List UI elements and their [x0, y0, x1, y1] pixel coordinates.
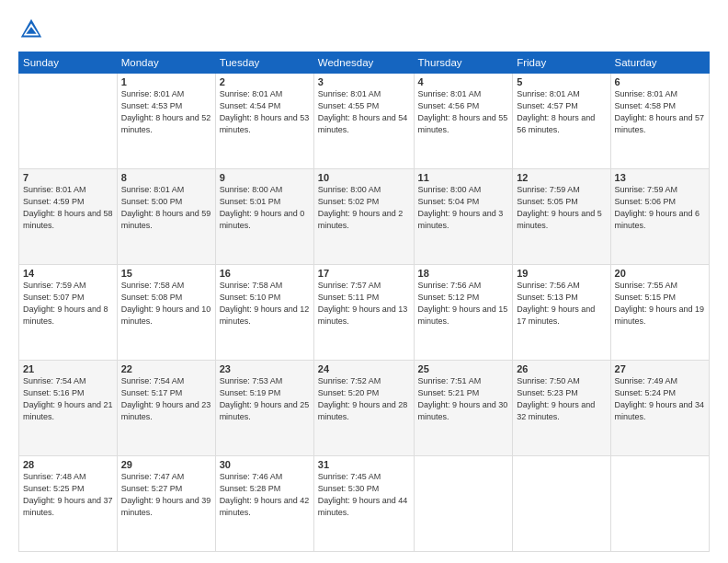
- day-number: 10: [318, 172, 410, 183]
- day-info: Sunrise: 8:01 AMSunset: 4:53 PMDaylight:…: [121, 88, 211, 136]
- day-number: 9: [220, 172, 310, 183]
- calendar-cell: 24Sunrise: 7:52 AMSunset: 5:20 PMDayligh…: [313, 361, 414, 456]
- day-number: 21: [23, 363, 113, 374]
- calendar-cell: 13Sunrise: 7:59 AMSunset: 5:06 PMDayligh…: [610, 169, 709, 265]
- day-number: 18: [418, 268, 509, 279]
- day-number: 12: [517, 172, 606, 183]
- day-info: Sunrise: 7:53 AMSunset: 5:19 PMDaylight:…: [220, 375, 310, 423]
- day-info: Sunrise: 7:48 AMSunset: 5:25 PMDaylight:…: [23, 471, 113, 519]
- week-row-3: 14Sunrise: 7:59 AMSunset: 5:07 PMDayligh…: [19, 265, 710, 361]
- day-info: Sunrise: 7:51 AMSunset: 5:21 PMDaylight:…: [418, 375, 509, 423]
- day-info: Sunrise: 7:56 AMSunset: 5:13 PMDaylight:…: [517, 280, 606, 327]
- day-info: Sunrise: 8:00 AMSunset: 5:04 PMDaylight:…: [418, 184, 509, 232]
- calendar-cell: 11Sunrise: 8:00 AMSunset: 5:04 PMDayligh…: [414, 169, 513, 265]
- day-info: Sunrise: 7:59 AMSunset: 5:07 PMDaylight:…: [23, 280, 113, 327]
- day-number: 19: [517, 268, 606, 279]
- day-number: 20: [615, 268, 705, 279]
- day-info: Sunrise: 8:00 AMSunset: 5:01 PMDaylight:…: [220, 184, 310, 232]
- calendar-cell: 23Sunrise: 7:53 AMSunset: 5:19 PMDayligh…: [215, 361, 313, 456]
- calendar-cell: 22Sunrise: 7:54 AMSunset: 5:17 PMDayligh…: [117, 361, 215, 456]
- calendar-cell: 12Sunrise: 7:59 AMSunset: 5:05 PMDayligh…: [513, 169, 610, 265]
- calendar-cell: [610, 456, 709, 552]
- day-number: 25: [418, 363, 509, 374]
- calendar-cell: 2Sunrise: 8:01 AMSunset: 4:54 PMDaylight…: [215, 74, 313, 169]
- calendar-cell: 31Sunrise: 7:45 AMSunset: 5:30 PMDayligh…: [313, 456, 414, 552]
- day-number: 17: [318, 268, 410, 279]
- week-row-4: 21Sunrise: 7:54 AMSunset: 5:16 PMDayligh…: [19, 361, 710, 456]
- day-info: Sunrise: 8:01 AMSunset: 4:59 PMDaylight:…: [23, 184, 113, 232]
- day-number: 16: [220, 268, 310, 279]
- day-info: Sunrise: 7:56 AMSunset: 5:12 PMDaylight:…: [418, 280, 509, 327]
- header: [18, 17, 710, 42]
- day-info: Sunrise: 8:01 AMSunset: 5:00 PMDaylight:…: [121, 184, 211, 232]
- calendar-cell: 25Sunrise: 7:51 AMSunset: 5:21 PMDayligh…: [414, 361, 513, 456]
- calendar-cell: 6Sunrise: 8:01 AMSunset: 4:58 PMDaylight…: [610, 74, 709, 169]
- day-number: 14: [23, 268, 113, 279]
- day-info: Sunrise: 8:01 AMSunset: 4:57 PMDaylight:…: [517, 88, 606, 136]
- calendar-cell: [19, 74, 118, 169]
- day-number: 1: [121, 76, 211, 87]
- day-number: 6: [615, 76, 705, 87]
- day-info: Sunrise: 7:54 AMSunset: 5:17 PMDaylight:…: [121, 375, 211, 423]
- calendar-table: SundayMondayTuesdayWednesdayThursdayFrid…: [18, 52, 710, 552]
- calendar-cell: 1Sunrise: 8:01 AMSunset: 4:53 PMDaylight…: [117, 74, 215, 169]
- day-info: Sunrise: 8:01 AMSunset: 4:54 PMDaylight:…: [220, 88, 310, 136]
- day-info: Sunrise: 7:58 AMSunset: 5:10 PMDaylight:…: [220, 280, 310, 327]
- day-info: Sunrise: 8:01 AMSunset: 4:56 PMDaylight:…: [418, 88, 509, 136]
- day-number: 23: [220, 363, 310, 374]
- day-info: Sunrise: 8:00 AMSunset: 5:02 PMDaylight:…: [318, 184, 410, 232]
- calendar-cell: 26Sunrise: 7:50 AMSunset: 5:23 PMDayligh…: [513, 361, 610, 456]
- calendar-cell: 27Sunrise: 7:49 AMSunset: 5:24 PMDayligh…: [610, 361, 709, 456]
- day-number: 28: [23, 459, 113, 470]
- logo-icon: [18, 17, 44, 42]
- day-number: 24: [318, 363, 410, 374]
- weekday-header-sunday: Sunday: [19, 52, 118, 74]
- day-info: Sunrise: 8:01 AMSunset: 4:55 PMDaylight:…: [318, 88, 410, 136]
- weekday-header-row: SundayMondayTuesdayWednesdayThursdayFrid…: [19, 52, 710, 74]
- week-row-2: 7Sunrise: 8:01 AMSunset: 4:59 PMDaylight…: [19, 169, 710, 265]
- calendar-cell: 10Sunrise: 8:00 AMSunset: 5:02 PMDayligh…: [313, 169, 414, 265]
- day-number: 13: [615, 172, 705, 183]
- day-number: 8: [121, 172, 211, 183]
- weekday-header-wednesday: Wednesday: [313, 52, 414, 74]
- day-info: Sunrise: 7:59 AMSunset: 5:05 PMDaylight:…: [517, 184, 606, 232]
- calendar-cell: 28Sunrise: 7:48 AMSunset: 5:25 PMDayligh…: [19, 456, 118, 552]
- day-number: 4: [418, 76, 509, 87]
- week-row-5: 28Sunrise: 7:48 AMSunset: 5:25 PMDayligh…: [19, 456, 710, 552]
- day-number: 2: [220, 76, 310, 87]
- day-info: Sunrise: 7:47 AMSunset: 5:27 PMDaylight:…: [121, 471, 211, 519]
- logo: [18, 17, 48, 42]
- day-info: Sunrise: 7:58 AMSunset: 5:08 PMDaylight:…: [121, 280, 211, 327]
- day-info: Sunrise: 7:45 AMSunset: 5:30 PMDaylight:…: [318, 471, 410, 519]
- weekday-header-thursday: Thursday: [414, 52, 513, 74]
- weekday-header-saturday: Saturday: [610, 52, 709, 74]
- day-number: 29: [121, 459, 211, 470]
- calendar-cell: 16Sunrise: 7:58 AMSunset: 5:10 PMDayligh…: [215, 265, 313, 361]
- calendar-cell: 4Sunrise: 8:01 AMSunset: 4:56 PMDaylight…: [414, 74, 513, 169]
- day-info: Sunrise: 7:50 AMSunset: 5:23 PMDaylight:…: [517, 375, 606, 423]
- calendar-cell: [513, 456, 610, 552]
- calendar-cell: [414, 456, 513, 552]
- weekday-header-friday: Friday: [513, 52, 610, 74]
- weekday-header-monday: Monday: [117, 52, 215, 74]
- calendar-cell: 9Sunrise: 8:00 AMSunset: 5:01 PMDaylight…: [215, 169, 313, 265]
- calendar-cell: 18Sunrise: 7:56 AMSunset: 5:12 PMDayligh…: [414, 265, 513, 361]
- day-number: 7: [23, 172, 113, 183]
- calendar-cell: 19Sunrise: 7:56 AMSunset: 5:13 PMDayligh…: [513, 265, 610, 361]
- calendar-cell: 3Sunrise: 8:01 AMSunset: 4:55 PMDaylight…: [313, 74, 414, 169]
- calendar-cell: 20Sunrise: 7:55 AMSunset: 5:15 PMDayligh…: [610, 265, 709, 361]
- day-number: 30: [220, 459, 310, 470]
- calendar-cell: 7Sunrise: 8:01 AMSunset: 4:59 PMDaylight…: [19, 169, 118, 265]
- day-info: Sunrise: 7:57 AMSunset: 5:11 PMDaylight:…: [318, 280, 410, 327]
- calendar-cell: 17Sunrise: 7:57 AMSunset: 5:11 PMDayligh…: [313, 265, 414, 361]
- weekday-header-tuesday: Tuesday: [215, 52, 313, 74]
- calendar-cell: 29Sunrise: 7:47 AMSunset: 5:27 PMDayligh…: [117, 456, 215, 552]
- day-number: 31: [318, 459, 410, 470]
- calendar-cell: 8Sunrise: 8:01 AMSunset: 5:00 PMDaylight…: [117, 169, 215, 265]
- page: SundayMondayTuesdayWednesdayThursdayFrid…: [0, 0, 728, 563]
- day-info: Sunrise: 8:01 AMSunset: 4:58 PMDaylight:…: [615, 88, 705, 136]
- day-number: 27: [615, 363, 705, 374]
- calendar-cell: 30Sunrise: 7:46 AMSunset: 5:28 PMDayligh…: [215, 456, 313, 552]
- calendar-cell: 21Sunrise: 7:54 AMSunset: 5:16 PMDayligh…: [19, 361, 118, 456]
- day-info: Sunrise: 7:54 AMSunset: 5:16 PMDaylight:…: [23, 375, 113, 423]
